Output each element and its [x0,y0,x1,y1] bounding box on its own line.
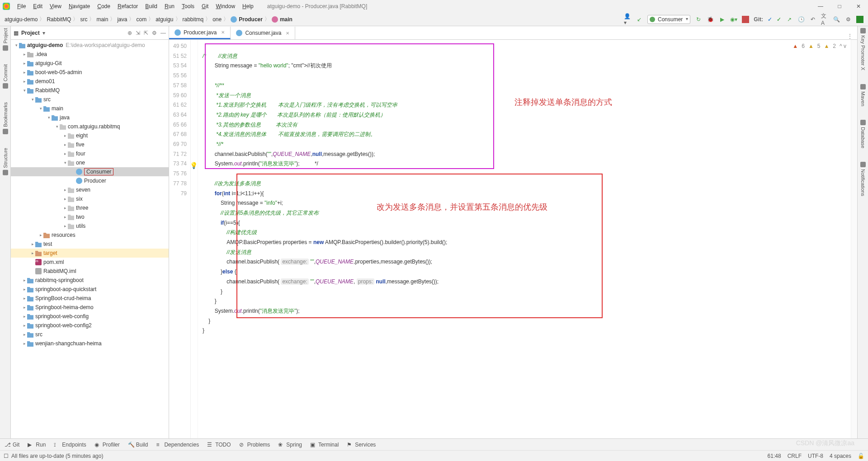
tree-item-five[interactable]: ▸five [11,140,169,149]
git-push-icon[interactable]: ↗ [786,16,793,23]
project-tree[interactable]: ▾atguigu-demoE:\idea-workspace\atguigu-d… [11,40,169,438]
tree-item-springboot-web-config[interactable]: ▸springboot-web-config [11,312,169,321]
tree-item-consumer[interactable]: Consumer [11,167,169,176]
close-button[interactable]: ✕ [852,3,865,9]
bottom-tool-terminal[interactable]: ▣Terminal [310,442,339,448]
crumb-main[interactable]: main [96,16,108,23]
crumb-main[interactable]: main [280,16,292,23]
bottom-tool-todo[interactable]: ☰TODO [207,442,231,448]
toolwindow-key-promoter-x[interactable]: Key Promoter X [860,28,866,71]
select-opened-icon[interactable]: ⊕ [127,30,132,36]
tree-item-atguigu-git[interactable]: ▸atguigu-Git [11,59,169,68]
menu-refactor[interactable]: Refactor [114,2,142,10]
expand-all-icon[interactable]: ⇲ [136,30,140,36]
readonly-lock-icon[interactable]: 🔓 [858,453,864,459]
line-separator[interactable]: CRLF [788,453,802,459]
project-dropdown-icon[interactable]: ▾ [42,30,45,36]
tree-root[interactable]: ▾atguigu-demoE:\idea-workspace\atguigu-d… [11,41,169,50]
debug-icon[interactable]: 🐞 [707,16,714,23]
tree-item--idea[interactable]: ▸.idea [11,50,169,59]
tree-item-main[interactable]: ▾main [11,104,169,113]
collapse-all-icon[interactable]: ⇱ [144,30,148,36]
tree-item-one[interactable]: ▾one [11,158,169,167]
minimize-button[interactable]: ― [814,3,827,9]
git-commit-icon[interactable]: ✓ [777,16,781,23]
tree-item-rabbitmq[interactable]: ▾RabbitMQ [11,86,169,95]
settings-icon[interactable]: ⚙ [152,30,157,36]
menu-file[interactable]: File [14,2,29,10]
crumb-producer[interactable]: Producer [239,16,263,23]
toolwindow-notifications[interactable]: Notifications [860,162,866,196]
tree-item-springboot-aop-quickstart[interactable]: ▸springboot-aop-quickstart [11,285,169,294]
breadcrumb[interactable]: atguigu-demo〉RabbitMQ〉src〉main〉java〉com〉… [5,15,292,23]
tree-item-six[interactable]: ▸six [11,194,169,203]
bottom-tool-git[interactable]: ⎇Git [5,442,19,448]
hide-icon[interactable]: — [160,30,166,36]
inspection-nav[interactable]: ^ v [840,42,846,52]
search-icon[interactable]: 🔍 [833,16,840,23]
crumb-rabbitmq[interactable]: RabbitMQ [47,16,71,23]
tree-item-four[interactable]: ▸four [11,149,169,158]
git-rollback-icon[interactable]: ↶ [809,16,816,23]
bottom-tool-services[interactable]: ⚑Services [347,442,376,448]
tree-item-test[interactable]: ▸test [11,240,169,249]
profile-icon[interactable]: ◉▾ [730,16,737,23]
intention-bulb-icon[interactable]: 💡 [190,161,198,171]
project-label[interactable]: Project [21,30,40,36]
tree-item-target[interactable]: ▸target [11,249,169,258]
toolwindow-structure[interactable]: Structure [3,148,8,175]
crumb-rabbitmq[interactable]: rabbitmq [183,16,204,23]
toolwindow-bookmarks[interactable]: Bookmarks [3,102,8,134]
indent-setting[interactable]: 4 spaces [830,453,851,459]
bottom-tool-spring[interactable]: ❀Spring [278,442,302,448]
crumb-java[interactable]: java [117,16,127,23]
close-tab-icon[interactable]: ✕ [221,30,225,35]
tree-item-src[interactable]: ▸src [11,330,169,339]
tree-item-resources[interactable]: ▸resources [11,230,169,240]
menu-code[interactable]: Code [94,2,114,10]
tree-item-producer[interactable]: Producer [11,176,169,185]
menu-navigate[interactable]: Navigate [65,2,94,10]
git-update-icon[interactable]: ✓ [768,16,772,23]
users-icon[interactable]: 👤▾ [624,16,631,23]
run-config-dropdown[interactable]: Consumer [647,15,690,24]
code-text[interactable]: /* //发消息 String message = "hello world";… [198,40,851,438]
tree-item-springboot-web-config2[interactable]: ▸springboot-web-config2 [11,321,169,330]
tree-item-src[interactable]: ▾src [11,95,169,104]
tree-item-demo01[interactable]: ▸demo01 [11,77,169,86]
tab-menu-icon[interactable]: ⋮ [843,33,857,39]
tree-item-com-atguigu-rabbitmq[interactable]: ▾com.atguigu.rabbitmq [11,122,169,131]
close-tab-icon[interactable]: ✕ [286,31,289,36]
toolwindow-project[interactable]: Project [3,28,8,51]
crumb-atguigu-demo[interactable]: atguigu-demo [5,16,38,23]
coverage-icon[interactable]: ▶ [718,16,726,23]
menu-edit[interactable]: Edit [29,2,46,10]
error-stripe[interactable] [851,40,857,438]
menu-git[interactable]: Git [198,2,212,10]
bottom-tool-profiler[interactable]: ◉Profiler [94,442,120,448]
tree-item-two[interactable]: ▸two [11,212,169,221]
bottom-tool-run[interactable]: ▶Run [28,442,46,448]
toolwindow-database[interactable]: Database [860,120,866,148]
reload-icon[interactable]: ↻ [695,16,702,23]
bottom-tool-endpoints[interactable]: ⟟Endpoints [54,442,86,448]
tree-item-springboot-heima-demo[interactable]: ▸Springboot-heima-demo [11,303,169,312]
git-history-icon[interactable]: 🕓 [797,16,805,23]
menu-window[interactable]: Window [212,2,239,10]
crumb-com[interactable]: com [136,16,146,23]
file-encoding[interactable]: UTF-8 [808,453,823,459]
tree-item-springboot-crud-heima[interactable]: ▸SpringBoot-crud-heima [11,294,169,303]
caret-position[interactable]: 61:48 [768,453,781,459]
tree-item-seven[interactable]: ▸seven [11,185,169,194]
tab-consumer-java[interactable]: Consumer.java✕ [231,27,295,39]
menu-build[interactable]: Build [142,2,161,10]
tree-item-boot-web-05-admin[interactable]: ▸boot-web-05-admin [11,68,169,77]
menu-run[interactable]: Run [161,2,178,10]
tab-producer-java[interactable]: Producer.java✕ [169,27,231,39]
tree-item-rabbitmq-iml[interactable]: RabbitMQ.iml [11,267,169,276]
fold-column[interactable] [191,40,198,438]
translate-icon[interactable]: 文A [821,16,828,23]
bottom-tool-dependencies[interactable]: ≡Dependencies [156,442,199,448]
tree-item-eight[interactable]: ▸eight [11,131,169,140]
toolwindow-commit[interactable]: Commit [3,64,8,89]
